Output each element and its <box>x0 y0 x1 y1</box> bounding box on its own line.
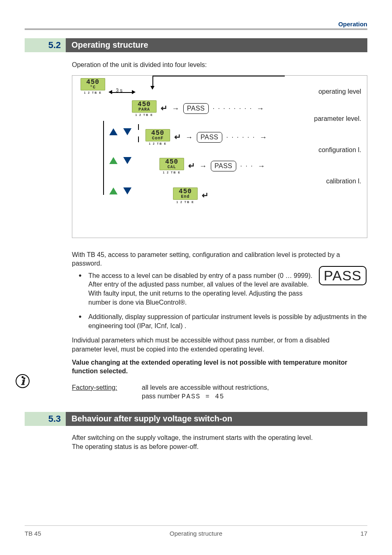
section-5-2-body: Operation of the unit is divided into fo… <box>72 60 367 402</box>
operating-structure-diagram: 450 °C 1 2 TB E 3 s operating level 450 <box>72 75 367 238</box>
extended-level-paragraph: Individual parameters which must be acce… <box>72 336 367 354</box>
arrow-right-icon: → <box>199 161 207 171</box>
level-operating-label: operating level <box>318 87 361 96</box>
footer-left: TB 45 <box>25 530 41 537</box>
factory-setting: Factory-setting: all levels are accessib… <box>72 383 367 402</box>
section-title: Operating structure <box>66 38 367 52</box>
pass-code: PASS = 45 <box>182 393 224 400</box>
arrow-right-icon: → <box>258 161 265 171</box>
bullet-2: • Additionally, display suppression of p… <box>72 312 367 330</box>
lcd-sub: °C <box>81 86 104 90</box>
section-number: 5.3 <box>25 412 66 426</box>
section-5-2-header: 5.2 Operating structure <box>25 38 367 52</box>
section-title: Behaviour after supply voltage switch-on <box>66 412 367 426</box>
enter-icon: ↵ <box>161 103 168 114</box>
info-icon: ℹ <box>16 374 30 388</box>
down-icon <box>123 157 131 164</box>
arrow-right-icon: → <box>185 132 193 142</box>
lcd-value: 450 <box>81 79 104 86</box>
bullet-icon: • <box>72 312 88 330</box>
info-note: Value changing at the extended operating… <box>72 358 367 376</box>
led-row: 1 2 TB E <box>81 91 105 95</box>
lcd-end: 450 End <box>173 187 198 200</box>
section-5-3-body: After switching on the supply voltage, t… <box>72 433 367 451</box>
arrow-right-icon: → <box>256 104 264 113</box>
password-paragraph: With TB 45, access to parameter setting,… <box>72 250 367 268</box>
pass-chip: PASS <box>197 132 222 143</box>
page-footer: TB 45 Operating structure 17 <box>25 525 367 537</box>
enter-icon: ↵ <box>174 132 181 143</box>
factory-label: Factory-setting: <box>72 383 142 402</box>
section-5-3-header: 5.3 Behaviour after supply voltage switc… <box>25 412 367 426</box>
enter-icon: ↵ <box>188 160 195 171</box>
enter-icon: ↵ <box>202 190 209 201</box>
up-icon <box>109 187 118 194</box>
up-icon <box>109 157 118 164</box>
footer-center: Operating structure <box>170 530 222 537</box>
up-icon <box>109 128 118 135</box>
arrow-right-icon: → <box>259 132 267 142</box>
down-icon <box>123 128 131 135</box>
intro-text: Operation of the unit is divided into fo… <box>72 60 367 69</box>
level-calibration-label: calibration l. <box>326 177 361 186</box>
pass-chip: PASS <box>211 161 236 171</box>
level-configuration-label: configuration l. <box>318 146 361 155</box>
chapter-header: Operation <box>25 21 367 28</box>
header-rule <box>25 28 367 30</box>
lcd-cal: 450 CAL <box>159 158 184 170</box>
section-number: 5.2 <box>25 38 66 52</box>
down-icon <box>123 187 131 194</box>
bullet-icon: • <box>72 271 88 307</box>
pass-chip: PASS <box>183 103 209 114</box>
lcd-para: 450 PARA <box>132 100 157 113</box>
arrow-right-icon: → <box>172 104 179 113</box>
footer-right: 17 <box>360 530 367 537</box>
lcd-operating: 450 °C <box>81 78 105 90</box>
level-parameter-label: parameter level. <box>314 114 361 123</box>
pass-badge-large: PASS <box>319 266 367 285</box>
lcd-conf: 450 ConF <box>145 129 170 141</box>
